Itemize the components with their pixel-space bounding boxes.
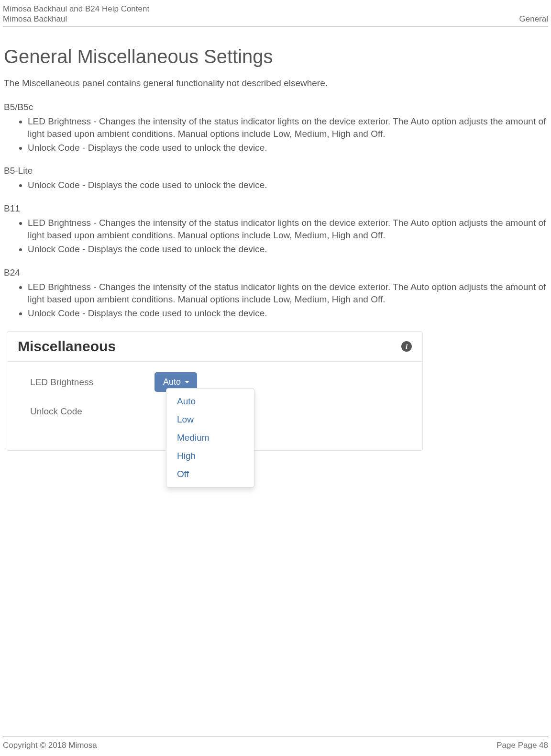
list-item: Unlock Code - Displays the code used to …: [28, 243, 547, 256]
section-b5: B5/B5c: [4, 102, 547, 112]
section-b24: B24: [4, 267, 547, 278]
list-item: LED Brightness - Changes the intensity o…: [28, 281, 547, 306]
page-header: Mimosa Backhaul and B24 Help Content Mim…: [3, 4, 548, 27]
list-b5: LED Brightness - Changes the intensity o…: [28, 115, 547, 155]
dropdown-option-high[interactable]: High: [166, 447, 254, 465]
info-icon[interactable]: i: [401, 341, 412, 352]
section-b11: B11: [4, 203, 547, 214]
list-b5lite: Unlock Code - Displays the code used to …: [28, 179, 547, 192]
page-footer: Copyright © 2018 Mimosa Page Page 48: [3, 736, 548, 750]
header-left: Mimosa Backhaul and B24 Help Content Mim…: [3, 4, 149, 24]
list-b24: LED Brightness - Changes the intensity o…: [28, 281, 547, 320]
dropdown-option-off[interactable]: Off: [166, 465, 254, 483]
panel-title: Miscellaneous: [18, 338, 116, 355]
list-item: Unlock Code - Displays the code used to …: [28, 142, 547, 155]
led-brightness-menu: Auto Low Medium High Off: [166, 388, 254, 488]
header-right: General: [519, 14, 548, 24]
label-unlock: Unlock Code: [30, 406, 154, 417]
label-led: LED Brightness: [30, 377, 154, 388]
footer-left: Copyright © 2018 Mimosa: [3, 741, 97, 750]
header-line2: Mimosa Backhaul: [3, 14, 149, 24]
intro-text: The Miscellaneous panel contains general…: [4, 78, 547, 89]
section-b5lite: B5-Lite: [4, 166, 547, 176]
list-item: LED Brightness - Changes the intensity o…: [28, 217, 547, 242]
list-item: Unlock Code - Displays the code used to …: [28, 307, 547, 320]
header-line1: Mimosa Backhaul and B24 Help Content: [3, 4, 149, 14]
misc-panel: Miscellaneous i LED Brightness Auto Unlo…: [7, 331, 423, 451]
list-item: LED Brightness - Changes the intensity o…: [28, 115, 547, 141]
panel-header: Miscellaneous i: [7, 332, 422, 362]
dropdown-option-medium[interactable]: Medium: [166, 429, 254, 447]
list-b11: LED Brightness - Changes the intensity o…: [28, 217, 547, 256]
chevron-down-icon: [185, 381, 189, 383]
dropdown-option-auto[interactable]: Auto: [166, 392, 254, 411]
main-content: General Miscellaneous Settings The Misce…: [3, 27, 548, 451]
list-item: Unlock Code - Displays the code used to …: [28, 179, 547, 192]
dropdown-value: Auto: [163, 377, 181, 387]
misc-panel-wrap: Miscellaneous i LED Brightness Auto Unlo…: [7, 331, 423, 451]
footer-right: Page Page 48: [496, 741, 548, 750]
page-title: General Miscellaneous Settings: [4, 46, 547, 67]
dropdown-option-low[interactable]: Low: [166, 411, 254, 429]
